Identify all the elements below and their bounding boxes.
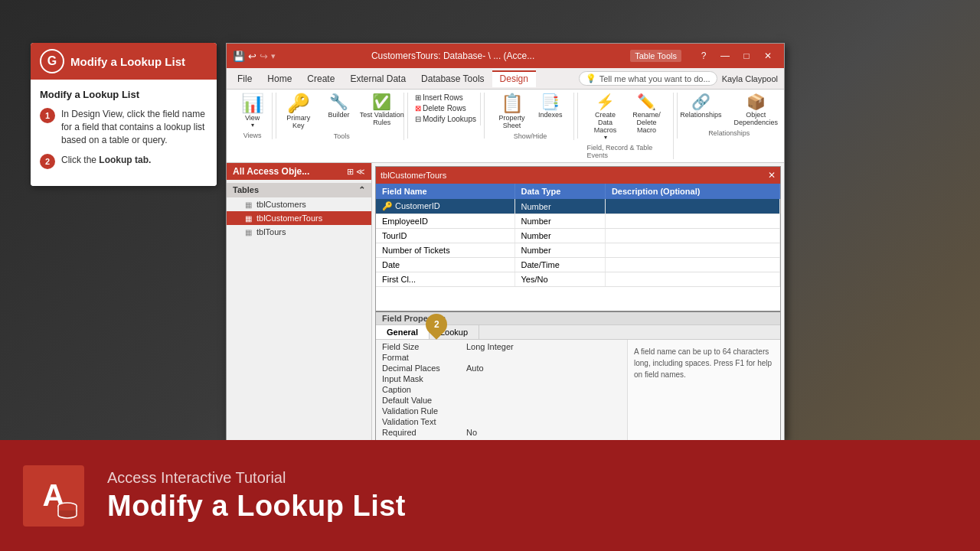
- nav-item-tbltours[interactable]: ▦ tblTours: [227, 225, 371, 239]
- fp-row-decimal: Decimal Places Auto: [376, 363, 627, 373]
- fp-row-valrule: Validation Rule: [376, 406, 627, 416]
- fp-row-caption: Caption: [376, 384, 627, 395]
- tutorial-header: G Modify a Lookup List: [31, 43, 217, 80]
- type-customerid: Number: [514, 199, 605, 214]
- table-row-customerid[interactable]: 🔑 CustomerID Number: [376, 199, 780, 214]
- menu-external-data[interactable]: External Data: [342, 70, 413, 87]
- rename-delete-macro-button[interactable]: ✏️ Rename/ Delete Macro: [627, 93, 667, 135]
- test-validation-button[interactable]: ✅ Test Validation Rules: [358, 93, 405, 128]
- primary-key-label: Primary Key: [283, 114, 314, 129]
- menu-file[interactable]: File: [230, 70, 260, 87]
- modify-lookups-icon: ⊟: [415, 115, 421, 123]
- ribbon-showhide-buttons: 📋 Property Sheet 📑 Indexes: [494, 93, 567, 131]
- table-row-date[interactable]: Date Date/Time: [376, 258, 780, 272]
- nav-panel: All Access Obje... ⊞ ≪ Tables ⌃ ▦ tblCus…: [227, 163, 372, 441]
- title-bar-controls: ? — □ ✕: [694, 47, 778, 64]
- tutorial-body-title: Modify a Lookup List: [40, 89, 207, 100]
- tables-label: Tables: [233, 185, 259, 195]
- fp-label-decimal: Decimal Places: [382, 364, 466, 373]
- modify-lookups-button[interactable]: ⊟ Modify Lookups: [413, 114, 478, 124]
- nav-item-tblcustomers[interactable]: ▦ tblCustomers: [227, 197, 371, 211]
- save-icon[interactable]: 💾: [233, 51, 245, 62]
- create-data-macros-label2: Macros: [594, 126, 617, 134]
- table-row-numtickets[interactable]: Number of Tickets Number: [376, 243, 780, 258]
- rename-delete-macro-label: Rename/: [632, 111, 661, 119]
- view-button[interactable]: 📊 View ▾: [236, 93, 270, 130]
- property-sheet-button[interactable]: 📋 Property Sheet: [494, 93, 531, 131]
- field-name-employeeid: EmployeeID: [376, 214, 514, 229]
- step-2-text: Click the Lookup tab.: [61, 154, 151, 167]
- table-close-icon[interactable]: ✕: [768, 170, 776, 181]
- views-group-label: Views: [243, 132, 262, 139]
- close-button[interactable]: ✕: [758, 47, 778, 64]
- fp-row-fieldsize: Field Size Long Integer: [376, 341, 627, 352]
- fp-row-inputmask: Input Mask: [376, 373, 627, 384]
- nav-item-tblcustomertours[interactable]: ▦ tblCustomerTours: [227, 211, 371, 225]
- bottom-subtitle: Access Interactive Tutorial: [107, 469, 406, 487]
- fp-label-default: Default Value: [382, 396, 466, 405]
- test-validation-label2: Rules: [373, 119, 390, 126]
- tell-me-box[interactable]: 💡 Tell me what you want to do...: [579, 71, 717, 86]
- indexes-button[interactable]: 📑 Indexes: [534, 93, 567, 120]
- type-date: Date/Time: [514, 258, 605, 272]
- menu-database-tools[interactable]: Database Tools: [413, 70, 492, 87]
- ribbon-sep-2: [407, 93, 408, 139]
- fp-value-decimal: Auto: [466, 364, 621, 373]
- fp-row-required: Required No: [376, 427, 627, 438]
- ribbon-sep-4: [577, 93, 578, 139]
- insert-rows-button[interactable]: ⊞ Insert Rows: [413, 93, 478, 103]
- object-dependencies-label2: Dependencies: [733, 119, 778, 126]
- tables-collapse[interactable]: ⌃: [358, 185, 365, 195]
- redo-icon[interactable]: ↪: [260, 51, 268, 62]
- step-2: 2 Click the Lookup tab.: [40, 154, 207, 169]
- delete-rows-button[interactable]: ⊠ Delete Rows: [413, 103, 478, 113]
- help-button[interactable]: ?: [694, 47, 714, 64]
- rename-delete-macro-icon: ✏️: [637, 94, 656, 109]
- tutorial-header-title: Modify a Lookup List: [70, 55, 185, 68]
- nav-item-tblcustomers-label: tblCustomers: [256, 200, 306, 209]
- menu-home[interactable]: Home: [260, 70, 299, 87]
- type-employeeid: Number: [514, 214, 605, 229]
- table-row-employeeid[interactable]: EmployeeID Number: [376, 214, 780, 229]
- col-data-type: Data Type: [514, 184, 605, 199]
- fp-label-valtext: Validation Text: [382, 417, 466, 426]
- nav-item-tbltours-label: tblTours: [256, 227, 286, 236]
- menu-create[interactable]: Create: [299, 70, 342, 87]
- create-data-macros-label: Create Data: [591, 111, 619, 126]
- tools-group-label: Tools: [334, 132, 350, 140]
- minimize-button[interactable]: —: [715, 47, 735, 64]
- table-tools-label: Table Tools: [630, 50, 681, 62]
- fp-tab-general[interactable]: General: [376, 325, 430, 339]
- object-dependencies-button[interactable]: 📦 Object Dependencies: [729, 93, 782, 128]
- primary-key-button[interactable]: 🔑 Primary Key: [278, 93, 318, 131]
- table-title-bar: tblCustomerTours ✕: [376, 167, 780, 184]
- fp-label-fieldsize: Field Size: [382, 342, 466, 351]
- view-label: View: [245, 114, 260, 122]
- menu-bar: File Home Create External Data Database …: [227, 68, 784, 90]
- relationships-button[interactable]: 🔗 Relationships: [675, 93, 726, 120]
- maximize-button[interactable]: □: [737, 47, 756, 64]
- undo-icon[interactable]: ↩: [248, 51, 256, 62]
- desc-numtickets: [605, 243, 779, 258]
- property-sheet-label: Property Sheet: [498, 114, 526, 129]
- menu-design[interactable]: Design: [492, 70, 536, 87]
- nav-header: All Access Obje... ⊞ ≪: [227, 163, 371, 180]
- table-row-firstcl[interactable]: First Cl... Yes/No: [376, 272, 780, 287]
- design-table: Field Name Data Type Description (Option…: [376, 184, 780, 287]
- col-description: Description (Optional): [605, 184, 779, 199]
- events-group-label: Field, Record & Table Events: [586, 144, 666, 159]
- table-row-tourid[interactable]: TourID Number: [376, 229, 780, 243]
- table-grid: Field Name Data Type Description (Option…: [376, 184, 780, 311]
- ribbon-relationships-buttons: 🔗 Relationships 📦 Object Dependencies: [675, 93, 782, 128]
- user-name: Kayla Claypool: [722, 74, 778, 83]
- test-validation-icon: ✅: [372, 94, 391, 109]
- insert-rows-label: Insert Rows: [423, 93, 463, 102]
- type-numtickets: Number: [514, 243, 605, 258]
- create-data-macros-button[interactable]: ⚡ Create Data Macros ▾: [586, 93, 623, 142]
- builder-button[interactable]: 🔧 Builder: [322, 93, 355, 120]
- key-icon: 🔑: [382, 201, 393, 210]
- nav-section-tables-header: Tables ⌃: [227, 183, 371, 197]
- nav-arrows[interactable]: ⊞ ≪: [347, 167, 365, 177]
- delete-rows-label: Delete Rows: [423, 104, 466, 112]
- ribbon-group-tools: 🔑 Primary Key 🔧 Builder ✅ Test Validatio…: [279, 93, 404, 140]
